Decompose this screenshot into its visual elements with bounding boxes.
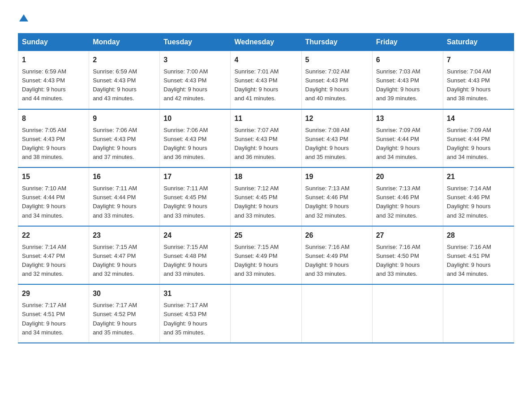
day-number: 23 [93, 230, 156, 241]
day-number: 8 [22, 113, 85, 124]
day-info: Sunrise: 7:15 AMSunset: 4:49 PMDaylight:… [234, 244, 279, 277]
calendar-cell: 13 Sunrise: 7:09 AMSunset: 4:44 PMDaylig… [372, 109, 443, 168]
calendar-cell: 17 Sunrise: 7:11 AMSunset: 4:45 PMDaylig… [160, 167, 231, 226]
day-number: 22 [22, 230, 85, 241]
column-header-friday: Friday [372, 34, 443, 51]
calendar-cell: 29 Sunrise: 7:17 AMSunset: 4:51 PMDaylig… [18, 284, 89, 343]
day-info: Sunrise: 7:15 AMSunset: 4:48 PMDaylight:… [163, 244, 208, 277]
calendar-cell: 10 Sunrise: 7:06 AMSunset: 4:43 PMDaylig… [160, 109, 231, 168]
page-header [18, 13, 514, 24]
day-info: Sunrise: 7:08 AMSunset: 4:43 PMDaylight:… [305, 127, 350, 160]
day-info: Sunrise: 7:01 AMSunset: 4:43 PMDaylight:… [234, 68, 279, 102]
calendar-table: SundayMondayTuesdayWednesdayThursdayFrid… [18, 33, 514, 343]
column-header-tuesday: Tuesday [160, 34, 231, 51]
day-number: 2 [93, 55, 156, 65]
calendar-cell [231, 284, 301, 343]
calendar-cell: 12 Sunrise: 7:08 AMSunset: 4:43 PMDaylig… [301, 109, 372, 168]
calendar-cell: 8 Sunrise: 7:05 AMSunset: 4:43 PMDayligh… [18, 109, 89, 168]
day-number: 18 [234, 171, 297, 182]
day-number: 5 [305, 55, 369, 65]
day-info: Sunrise: 7:05 AMSunset: 4:43 PMDaylight:… [22, 127, 66, 160]
day-info: Sunrise: 7:16 AMSunset: 4:49 PMDaylight:… [305, 244, 350, 277]
day-number: 24 [163, 230, 227, 241]
week-row-3: 15 Sunrise: 7:10 AMSunset: 4:44 PMDaylig… [18, 167, 514, 226]
week-row-2: 8 Sunrise: 7:05 AMSunset: 4:43 PMDayligh… [18, 109, 514, 168]
week-row-1: 1 Sunrise: 6:59 AMSunset: 4:43 PMDayligh… [18, 51, 514, 109]
calendar-cell: 30 Sunrise: 7:17 AMSunset: 4:52 PMDaylig… [89, 284, 160, 343]
day-info: Sunrise: 7:16 AMSunset: 4:51 PMDaylight:… [447, 244, 491, 277]
calendar-cell: 11 Sunrise: 7:07 AMSunset: 4:43 PMDaylig… [231, 109, 301, 168]
day-info: Sunrise: 6:59 AMSunset: 4:43 PMDaylight:… [22, 68, 66, 102]
svg-marker-0 [19, 14, 28, 21]
day-info: Sunrise: 7:03 AMSunset: 4:43 PMDaylight:… [376, 68, 420, 102]
calendar-cell [372, 284, 443, 343]
day-info: Sunrise: 7:17 AMSunset: 4:53 PMDaylight:… [163, 302, 208, 335]
week-row-4: 22 Sunrise: 7:14 AMSunset: 4:47 PMDaylig… [18, 226, 514, 285]
logo [18, 13, 29, 24]
calendar-cell: 4 Sunrise: 7:01 AMSunset: 4:43 PMDayligh… [231, 51, 301, 109]
header-row: SundayMondayTuesdayWednesdayThursdayFrid… [18, 34, 514, 51]
day-number: 17 [163, 171, 227, 182]
day-info: Sunrise: 7:09 AMSunset: 4:44 PMDaylight:… [376, 127, 420, 160]
calendar-cell: 7 Sunrise: 7:04 AMSunset: 4:43 PMDayligh… [443, 51, 514, 109]
day-info: Sunrise: 7:06 AMSunset: 4:43 PMDaylight:… [93, 127, 137, 160]
calendar-cell: 14 Sunrise: 7:09 AMSunset: 4:44 PMDaylig… [443, 109, 514, 168]
calendar-cell [443, 284, 514, 343]
column-header-monday: Monday [89, 34, 160, 51]
day-info: Sunrise: 7:12 AMSunset: 4:45 PMDaylight:… [234, 185, 279, 218]
calendar-cell: 15 Sunrise: 7:10 AMSunset: 4:44 PMDaylig… [18, 167, 89, 226]
day-number: 31 [163, 288, 227, 299]
calendar-cell [301, 284, 372, 343]
day-info: Sunrise: 7:09 AMSunset: 4:44 PMDaylight:… [447, 127, 491, 160]
day-number: 11 [234, 113, 297, 124]
day-number: 25 [234, 230, 297, 241]
day-number: 21 [447, 171, 510, 182]
calendar-cell: 22 Sunrise: 7:14 AMSunset: 4:47 PMDaylig… [18, 226, 89, 285]
day-number: 29 [22, 288, 85, 299]
calendar-cell: 23 Sunrise: 7:15 AMSunset: 4:47 PMDaylig… [89, 226, 160, 285]
column-header-thursday: Thursday [301, 34, 372, 51]
day-number: 1 [22, 55, 85, 65]
day-number: 3 [163, 55, 227, 65]
column-header-sunday: Sunday [18, 34, 89, 51]
calendar-cell: 3 Sunrise: 7:00 AMSunset: 4:43 PMDayligh… [160, 51, 231, 109]
day-info: Sunrise: 7:04 AMSunset: 4:43 PMDaylight:… [447, 68, 491, 102]
day-info: Sunrise: 7:17 AMSunset: 4:51 PMDaylight:… [22, 302, 66, 335]
day-number: 9 [93, 113, 156, 124]
day-info: Sunrise: 7:00 AMSunset: 4:43 PMDaylight:… [163, 68, 208, 102]
day-number: 10 [163, 113, 227, 124]
day-info: Sunrise: 7:14 AMSunset: 4:47 PMDaylight:… [22, 244, 66, 277]
calendar-cell: 1 Sunrise: 6:59 AMSunset: 4:43 PMDayligh… [18, 51, 89, 109]
day-info: Sunrise: 7:15 AMSunset: 4:47 PMDaylight:… [93, 244, 137, 277]
logo-triangle-icon [19, 13, 29, 22]
calendar-cell: 9 Sunrise: 7:06 AMSunset: 4:43 PMDayligh… [89, 109, 160, 168]
day-info: Sunrise: 6:59 AMSunset: 4:43 PMDaylight:… [93, 68, 137, 102]
day-number: 19 [305, 171, 369, 182]
day-number: 20 [376, 171, 439, 182]
calendar-cell: 19 Sunrise: 7:13 AMSunset: 4:46 PMDaylig… [301, 167, 372, 226]
day-info: Sunrise: 7:02 AMSunset: 4:43 PMDaylight:… [305, 68, 350, 102]
day-info: Sunrise: 7:11 AMSunset: 4:44 PMDaylight:… [93, 185, 137, 218]
day-number: 28 [447, 230, 510, 241]
calendar-cell: 6 Sunrise: 7:03 AMSunset: 4:43 PMDayligh… [372, 51, 443, 109]
day-number: 15 [22, 171, 85, 182]
calendar-cell: 27 Sunrise: 7:16 AMSunset: 4:50 PMDaylig… [372, 226, 443, 285]
calendar-cell: 28 Sunrise: 7:16 AMSunset: 4:51 PMDaylig… [443, 226, 514, 285]
day-info: Sunrise: 7:13 AMSunset: 4:46 PMDaylight:… [305, 185, 350, 218]
day-number: 30 [93, 288, 156, 299]
day-info: Sunrise: 7:07 AMSunset: 4:43 PMDaylight:… [234, 127, 279, 160]
day-number: 6 [376, 55, 439, 65]
day-info: Sunrise: 7:10 AMSunset: 4:44 PMDaylight:… [22, 185, 66, 218]
calendar-cell: 2 Sunrise: 6:59 AMSunset: 4:43 PMDayligh… [89, 51, 160, 109]
calendar-cell: 18 Sunrise: 7:12 AMSunset: 4:45 PMDaylig… [231, 167, 301, 226]
day-number: 12 [305, 113, 369, 124]
day-number: 27 [376, 230, 439, 241]
calendar-cell: 26 Sunrise: 7:16 AMSunset: 4:49 PMDaylig… [301, 226, 372, 285]
column-header-saturday: Saturday [443, 34, 514, 51]
day-info: Sunrise: 7:14 AMSunset: 4:46 PMDaylight:… [447, 185, 491, 218]
day-info: Sunrise: 7:11 AMSunset: 4:45 PMDaylight:… [163, 185, 208, 218]
day-number: 13 [376, 113, 439, 124]
day-number: 26 [305, 230, 369, 241]
calendar-cell: 20 Sunrise: 7:13 AMSunset: 4:46 PMDaylig… [372, 167, 443, 226]
calendar-cell: 16 Sunrise: 7:11 AMSunset: 4:44 PMDaylig… [89, 167, 160, 226]
